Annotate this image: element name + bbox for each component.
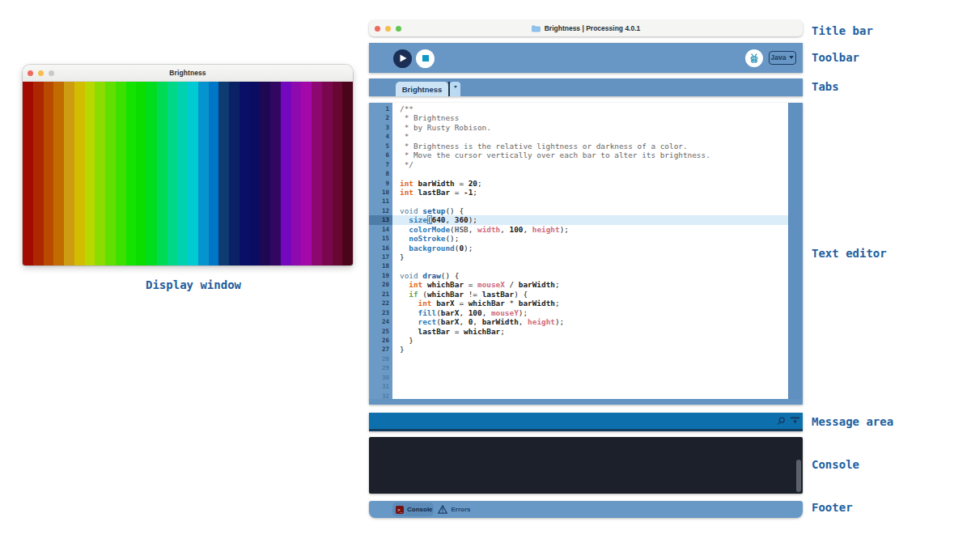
ide-titlebar[interactable]: Brightness | Processing 4.0.1 (369, 20, 803, 36)
debug-button[interactable] (745, 49, 763, 67)
code-line[interactable]: 17} (369, 252, 788, 261)
line-number: 5 (369, 142, 392, 151)
editor-scrollbar[interactable] (788, 103, 803, 399)
display-window-titlebar[interactable]: Brightness (23, 65, 353, 82)
code-area[interactable]: 1/**2 * Brightness3 * by Rusty Robison.4… (369, 104, 788, 401)
code-line[interactable]: 10int lastBar = -1; (369, 188, 788, 197)
code-line-text: * by Rusty Robison. (392, 123, 788, 132)
code-line[interactable]: 30 (369, 373, 788, 382)
code-line[interactable]: 16 background(0); (369, 244, 788, 252)
code-line-text: /** (392, 104, 788, 113)
code-line[interactable]: 13 size(640, 360); (369, 215, 788, 224)
code-line[interactable]: 20 int whichBar = mouseX / barWidth; (369, 280, 788, 289)
code-line[interactable]: 11 (369, 197, 788, 206)
stop-button[interactable] (416, 49, 435, 68)
zoom-button[interactable] (396, 26, 401, 32)
line-number: 6 (369, 151, 392, 159)
sketch-bar (322, 82, 333, 265)
line-number: 27 (369, 345, 392, 354)
annotation-label: Footer (812, 501, 853, 514)
code-line[interactable]: 5 * Brightness is the relative lightness… (369, 142, 788, 151)
ide-tabs-strip: Brightness (369, 78, 803, 96)
ide-title-group: Brightness | Processing 4.0.1 (369, 20, 803, 36)
line-number: 26 (369, 336, 392, 345)
footer-errors-label: Errors (452, 506, 471, 513)
code-line[interactable]: 23 fill(barX, 100, mouseY); (369, 308, 788, 317)
display-window-traffic-lights (28, 70, 54, 76)
code-line[interactable]: 18 (369, 261, 788, 270)
console-panel[interactable] (369, 437, 803, 494)
footer-tab-errors[interactable]: Errors (438, 503, 471, 516)
sketch-bar (240, 82, 250, 265)
close-button[interactable] (28, 70, 33, 76)
footer-tab-console[interactable]: >_ Console (392, 503, 434, 516)
sketch-bar (74, 82, 85, 265)
annotation-label: Console (812, 458, 859, 471)
code-line-text: */ (392, 160, 788, 169)
code-line-text: void draw() { (392, 271, 788, 280)
code-line[interactable]: 31 (369, 382, 788, 391)
code-line[interactable]: 8 (369, 169, 788, 178)
sketch-bar (312, 82, 322, 265)
code-line[interactable]: 15 noStroke(); (369, 234, 788, 243)
code-line-text (392, 382, 788, 391)
code-line[interactable]: 19void draw() { (369, 271, 788, 280)
code-line[interactable]: 29 (369, 363, 788, 372)
code-line-text: if (whichBar != lastBar) { (392, 290, 788, 299)
code-line[interactable]: 1/** (369, 104, 788, 113)
line-number: 28 (369, 354, 392, 363)
code-line[interactable]: 2 * Brightness (369, 113, 788, 122)
sketch-bar (126, 82, 137, 265)
code-line[interactable]: 26 } (369, 336, 788, 345)
code-line-text: noStroke(); (392, 234, 788, 243)
close-button[interactable] (375, 26, 380, 32)
sketch-canvas[interactable] (23, 82, 353, 265)
code-line[interactable]: 4 * (369, 132, 788, 141)
footer-console-label: Console (407, 506, 433, 513)
tab-brightness[interactable]: Brightness (396, 82, 448, 96)
chevron-down-icon (454, 86, 457, 88)
code-line[interactable]: 14 colorMode(HSB, width, 100, height); (369, 225, 788, 234)
mode-selector[interactable]: Java (769, 51, 796, 65)
code-line-text: } (392, 336, 788, 345)
run-button[interactable] (393, 49, 412, 68)
debug-butterfly-icon (748, 53, 760, 64)
annotation-label: Tabs (812, 80, 839, 93)
code-line[interactable]: 25 lastBar = whichBar; (369, 327, 788, 336)
sketch-bar (209, 82, 219, 265)
play-icon (400, 54, 407, 62)
code-line-text: } (392, 345, 788, 354)
line-number: 16 (369, 244, 392, 252)
sketch-bar (198, 82, 209, 265)
code-line[interactable]: 6 * Move the cursor vertically over each… (369, 151, 788, 159)
code-line[interactable]: 24 rect(barX, 0, barWidth, height); (369, 317, 788, 326)
sketch-bar (157, 82, 167, 265)
minimize-button[interactable] (38, 70, 44, 76)
console-collapse-icon[interactable] (791, 417, 799, 425)
code-line[interactable]: 22 int barX = whichBar * barWidth; (369, 299, 788, 308)
minimize-button[interactable] (385, 26, 391, 32)
text-editor[interactable]: 1/**2 * Brightness3 * by Rusty Robison.4… (369, 103, 803, 405)
code-line-text: int barX = whichBar * barWidth; (392, 299, 788, 308)
code-line[interactable]: 12void setup() { (369, 206, 788, 215)
code-line[interactable]: 7 */ (369, 160, 788, 169)
sketch-bar (53, 82, 64, 265)
code-line[interactable]: 27} (369, 345, 788, 354)
code-line[interactable]: 21 if (whichBar != lastBar) { (369, 290, 788, 299)
annotation-label: Message area (812, 415, 893, 428)
line-number: 19 (369, 271, 392, 280)
search-icon[interactable] (777, 417, 786, 426)
console-scrollbar-thumb[interactable] (796, 460, 801, 492)
line-number: 10 (369, 188, 392, 197)
line-number: 9 (369, 179, 392, 188)
page: Brightness Display window Brightness | P… (0, 0, 971, 560)
sketch-bar (281, 82, 291, 265)
ide-traffic-lights (375, 26, 401, 32)
display-window-title: Brightness (23, 65, 353, 81)
tab-menu-button[interactable] (450, 82, 460, 96)
sketch-bar (177, 82, 188, 265)
code-line[interactable]: 9int barWidth = 20; (369, 179, 788, 188)
code-line[interactable]: 3 * by Rusty Robison. (369, 123, 788, 132)
sketch-bar (333, 82, 343, 265)
code-line[interactable]: 28 (369, 354, 788, 363)
